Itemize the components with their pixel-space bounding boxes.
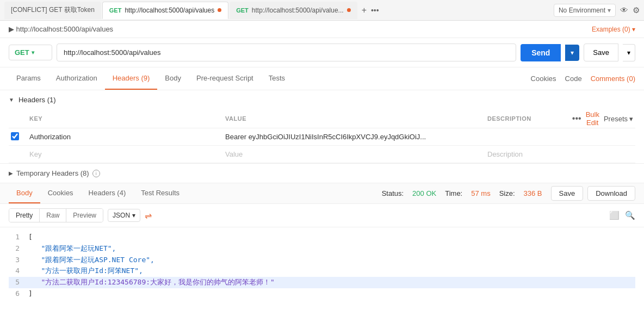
temp-headers-title: Temporary Headers (8) <box>16 169 89 177</box>
row-value-cell: Bearer eyJhbGciOiJIUzI1NiIsInR5cCI6IkpXV… <box>221 128 483 145</box>
empty-row-value-cell[interactable]: Value <box>221 146 483 163</box>
response-format-tabs: Pretty Raw Preview <box>9 208 103 222</box>
code-line-5: 5 "方法二获取用户Id:123456789:大家好，我是你们的帅气的阿笨老师！… <box>9 277 635 288</box>
response-action-buttons: Save Download <box>551 186 635 201</box>
code-line-1: 1 [ <box>9 232 635 243</box>
tab-authorization[interactable]: Authorization <box>48 67 105 90</box>
tab-conflict[interactable]: [CONFLICT] GET 获取Token <box>4 2 101 19</box>
eye-icon[interactable]: 👁 <box>620 5 628 15</box>
format-type-selector[interactable]: JSON ▾ <box>108 209 140 222</box>
more-options-button[interactable]: ••• <box>572 110 581 127</box>
body-toolbar: Pretty Raw Preview JSON ▾ ⇌ ⬜ 🔍 <box>0 204 644 227</box>
search-icon[interactable]: 🔍 <box>625 210 635 220</box>
format-chevron-icon: ▾ <box>132 212 135 219</box>
tab-bar: [CONFLICT] GET 获取Token GET http://localh… <box>0 0 644 21</box>
temp-collapse-arrow-icon: ▶ <box>9 170 13 176</box>
size-value: 336 B <box>524 189 542 197</box>
presets-chevron-icon: ▾ <box>629 115 633 123</box>
gear-icon[interactable]: ⚙ <box>633 5 640 15</box>
tab-inactive[interactable]: GET http://localhost:5000/api/value... <box>230 2 357 19</box>
response-status: Status: 200 OK Time: 57 ms Size: 336 B <box>382 189 542 197</box>
row-description-cell <box>483 133 581 141</box>
empty-row-description-cell[interactable]: Description <box>483 146 581 163</box>
tab-inactive-url: http://localhost:5000/api/value... <box>252 7 344 14</box>
request-bar: GET ▾ Send ▾ Save ▾ <box>0 38 644 67</box>
tab-body[interactable]: Body <box>157 67 189 90</box>
time-label: Time: <box>445 189 462 197</box>
tab-headers[interactable]: Headers (9) <box>105 67 158 90</box>
status-value: 200 OK <box>412 189 436 197</box>
empty-row-key-cell[interactable]: Key <box>25 146 221 163</box>
value-col-header: VALUE <box>221 112 483 125</box>
table-row: Authorization Bearer eyJhbGciOiJIUzI1NiI… <box>9 128 635 146</box>
code-line-2: 2 "跟着阿笨一起玩NET", <box>9 243 635 255</box>
save-button[interactable]: Save <box>584 44 618 61</box>
tab-active[interactable]: GET http://localhost:5000/api/values <box>102 2 228 19</box>
url-display-text: ▶ http://localhost:5000/api/values <box>9 25 113 33</box>
info-icon: i <box>92 170 100 177</box>
response-tab-headers[interactable]: Headers (4) <box>81 183 134 203</box>
body-action-icons: ⬜ 🔍 <box>609 210 635 220</box>
code-link[interactable]: Code <box>565 75 582 83</box>
url-display-bar: ▶ http://localhost:5000/api/values Examp… <box>0 21 644 38</box>
examples-link[interactable]: Examples (0) ▾ <box>592 26 635 33</box>
save-dropdown-button[interactable]: ▾ <box>623 44 635 61</box>
code-line-6: 6 ] <box>9 288 635 300</box>
send-button[interactable]: Send <box>521 44 561 61</box>
table-actions: ••• Bulk Edit Presets ▾ <box>581 110 635 127</box>
tab-active-method: GET <box>109 7 122 14</box>
tab-params[interactable]: Params <box>9 67 48 90</box>
tab-active-url: http://localhost:5000/api/values <box>125 7 214 14</box>
status-label: Status: <box>382 189 404 197</box>
tab-right-area: No Environment ▾ 👁 ⚙ <box>554 4 640 17</box>
copy-icon[interactable]: ⬜ <box>609 210 620 220</box>
format-pretty-button[interactable]: Pretty <box>9 209 40 222</box>
time-value: 57 ms <box>471 189 490 197</box>
response-tab-body[interactable]: Body <box>9 183 40 203</box>
method-selector[interactable]: GET ▾ <box>9 45 52 60</box>
nav-right: Cookies Code Comments (0) <box>531 75 635 83</box>
key-col-header: KEY <box>25 112 221 125</box>
headers-section-header[interactable]: ▼ Headers (1) <box>9 90 635 109</box>
empty-row-checkbox-cell <box>9 151 25 158</box>
env-label: No Environment <box>559 7 605 14</box>
method-chevron-icon: ▾ <box>32 49 34 55</box>
tab-conflict-label: [CONFLICT] GET 获取Token <box>11 5 95 15</box>
empty-table-row: Key Value Description <box>9 146 635 163</box>
headers-table-header: KEY VALUE DESCRIPTION ••• Bulk Edit Pres… <box>9 109 635 128</box>
more-tabs-button[interactable]: ••• <box>371 6 379 15</box>
response-code-area: 1 [ 2 "跟着阿笨一起玩NET", 3 "跟着阿笨一起玩ASP.NET Co… <box>0 227 644 304</box>
temp-headers-section[interactable]: ▶ Temporary Headers (8) i <box>0 163 644 183</box>
row-key-cell: Authorization <box>25 128 221 145</box>
response-tab-test-results[interactable]: Test Results <box>133 183 187 203</box>
add-tab-button[interactable]: + <box>358 5 370 15</box>
headers-section-title: Headers (1) <box>18 96 56 104</box>
presets-button[interactable]: Presets ▾ <box>604 110 633 127</box>
headers-section: ▼ Headers (1) KEY VALUE DESCRIPTION ••• … <box>0 90 644 163</box>
response-download-button[interactable]: Download <box>587 186 635 201</box>
environment-selector[interactable]: No Environment ▾ <box>554 4 616 17</box>
tab-pre-request[interactable]: Pre-request Script <box>189 67 261 90</box>
size-label: Size: <box>499 189 515 197</box>
row-checkbox-cell[interactable] <box>9 129 25 145</box>
collapse-arrow-icon: ▼ <box>9 97 14 103</box>
tab-active-dot <box>218 8 221 12</box>
send-dropdown-button[interactable]: ▾ <box>565 45 579 61</box>
description-col-header: DESCRIPTION <box>483 112 581 125</box>
response-save-button[interactable]: Save <box>551 186 584 201</box>
format-preview-button[interactable]: Preview <box>66 209 103 222</box>
comments-link[interactable]: Comments (0) <box>591 75 635 83</box>
url-input[interactable] <box>57 44 516 61</box>
request-tabs-nav: Params Authorization Headers (9) Body Pr… <box>0 67 644 90</box>
code-line-3: 3 "跟着阿笨一起玩ASP.NET Core", <box>9 255 635 266</box>
tab-tests[interactable]: Tests <box>261 67 293 90</box>
wrap-icon[interactable]: ⇌ <box>145 210 152 221</box>
method-label: GET <box>15 48 29 57</box>
bulk-edit-button[interactable]: Bulk Edit <box>586 110 599 127</box>
format-raw-button[interactable]: Raw <box>40 209 66 222</box>
response-tabs-nav: Body Cookies Headers (4) Test Results St… <box>0 183 644 204</box>
row-checkbox[interactable] <box>11 132 19 140</box>
response-tab-cookies[interactable]: Cookies <box>40 183 81 203</box>
cookies-link[interactable]: Cookies <box>531 75 556 83</box>
tab-inactive-dot <box>347 8 351 12</box>
